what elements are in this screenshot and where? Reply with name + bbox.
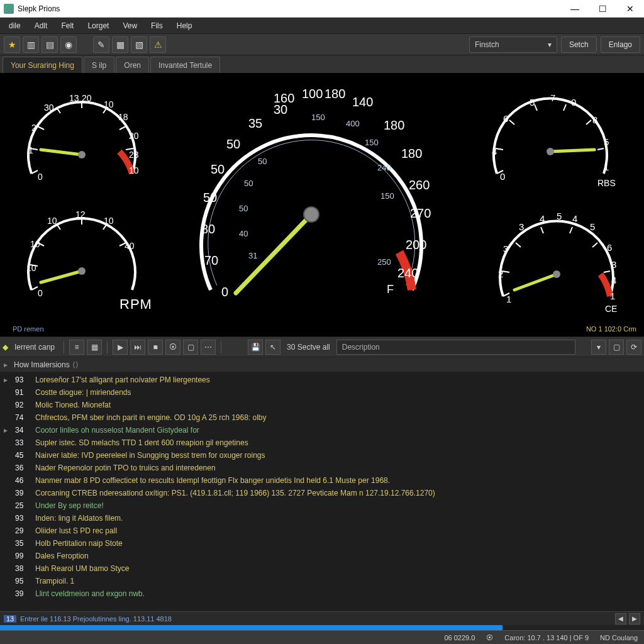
panel-tabs: ▸ How Imalersions ⟨⟩ xyxy=(0,357,644,372)
log-text: Loreseñor 17'st alligant part noívater P… xyxy=(35,374,210,386)
svg-point-86 xyxy=(547,148,554,155)
minimize-button[interactable]: — xyxy=(561,0,589,18)
svg-line-2 xyxy=(38,126,44,130)
command-input[interactable]: Entrer ile 116.13 Prejoolutinnes ling. 1… xyxy=(20,615,611,623)
log-row[interactable]: 35Holb Pertitalion naip Stote xyxy=(0,537,644,550)
expand-arrow-icon[interactable] xyxy=(4,587,10,600)
warning-icon[interactable]: ⚠ xyxy=(150,36,166,53)
log-row[interactable]: 36Nader Repenolor potin TPO to truiics a… xyxy=(0,462,644,474)
tab-oren[interactable]: Oren xyxy=(116,57,149,73)
list-icon[interactable]: ≡ xyxy=(69,340,84,355)
maximize-button[interactable]: ☐ xyxy=(589,0,616,18)
expand-arrow-icon[interactable] xyxy=(4,436,10,449)
brush-icon[interactable]: ✎ xyxy=(93,36,109,53)
filter-icon[interactable]: ▾ xyxy=(591,340,606,355)
close-button[interactable]: ✕ xyxy=(616,0,644,18)
cursor-icon[interactable]: ↖ xyxy=(265,340,280,355)
tab-your-suraring[interactable]: Your Suraring Hing xyxy=(3,57,82,73)
svg-point-107 xyxy=(553,270,560,278)
svg-text:0: 0 xyxy=(221,285,228,299)
mode-dropdown[interactable]: Finstch ▾ xyxy=(469,36,557,53)
log-row[interactable]: 95Trampioil. 1 xyxy=(0,575,644,587)
favorite-icon[interactable]: ★ xyxy=(4,36,20,53)
expand-arrow-icon[interactable] xyxy=(4,525,10,537)
log-row[interactable]: 99Dales Feroption xyxy=(0,550,644,562)
menu-view[interactable]: Vew xyxy=(116,19,143,33)
grid-icon[interactable]: ▦ xyxy=(87,340,102,355)
expand-arrow-icon[interactable] xyxy=(4,562,10,575)
expand-arrow-icon[interactable] xyxy=(4,575,10,587)
svg-text:80: 80 xyxy=(201,222,215,236)
log-row[interactable]: 45Naiıver lable: IVD peereleel in Sunggi… xyxy=(0,449,644,462)
play-icon[interactable]: ▶ xyxy=(113,340,128,355)
expand-arrow-icon[interactable] xyxy=(4,499,10,512)
menu-file[interactable]: dile xyxy=(3,19,27,33)
panel-tab-imalersions[interactable]: How Imalersions ⟨⟩ xyxy=(14,360,79,369)
description-search[interactable]: Description xyxy=(336,340,575,355)
log-text: Chfrectos, PFM sber inch parit in engine… xyxy=(35,411,267,424)
layers-icon[interactable]: ▦ xyxy=(112,36,128,53)
prev-icon[interactable]: ◀ xyxy=(615,613,626,625)
tab-silp[interactable]: S ilp xyxy=(84,57,114,73)
expand-arrow-icon[interactable] xyxy=(4,550,10,562)
menu-lorget[interactable]: Lorget xyxy=(81,19,115,33)
expand-arrow-icon[interactable] xyxy=(4,537,10,550)
log-row[interactable]: ▸34Cootor linlles oh nusselost Mandent G… xyxy=(0,424,644,436)
log-row[interactable]: 38Hah Rearol UM bamo Styce xyxy=(0,562,644,575)
expand-arrow-icon[interactable] xyxy=(4,512,10,525)
line-number: 13 xyxy=(4,615,16,623)
log-row[interactable]: 39Llint cveldmeion and exgon nwb. xyxy=(0,587,644,600)
stop-icon[interactable]: ■ xyxy=(148,340,163,355)
log-text: Holb Pertitalion naip Stote xyxy=(35,537,123,550)
log-row[interactable]: 74Chfrectos, PFM sber inch parit in engi… xyxy=(0,411,644,424)
more-icon[interactable]: ⋯ xyxy=(201,340,216,355)
log-text: Nader Repenolor potin TPO to truiics and… xyxy=(35,462,216,474)
log-row[interactable]: 29Oliider lust S PD rec pall xyxy=(0,525,644,537)
svg-text:F: F xyxy=(387,283,394,296)
menu-edit[interactable]: Adlt xyxy=(28,19,54,33)
svg-line-89 xyxy=(516,243,521,247)
monitor-icon[interactable]: ▢ xyxy=(183,340,198,355)
setch-button[interactable]: Setch xyxy=(561,36,597,53)
refresh-icon[interactable]: ⟳ xyxy=(626,340,641,355)
log-row[interactable]: 33Supler istec. SD melachs TTD 1 dent 60… xyxy=(0,436,644,449)
expand-arrow-icon[interactable] xyxy=(4,474,10,487)
gauge-bottom-right: 1 2 3 3 4 5 4 5 6 3 4 1 CE xyxy=(484,196,629,321)
expand-arrow-icon[interactable] xyxy=(4,399,10,411)
log-row[interactable]: 46Nanmer mabr 8 PD coffiecticet to rescu… xyxy=(0,474,644,487)
enlago-button[interactable]: Enlago xyxy=(601,36,640,53)
svg-text:31: 31 xyxy=(248,251,257,260)
expand-arrow-icon[interactable]: ▸ xyxy=(4,424,10,436)
svg-text:180: 180 xyxy=(325,87,345,101)
log-row[interactable]: 25Under By sep reitce! xyxy=(0,499,644,512)
layers2-icon[interactable]: ▧ xyxy=(131,36,147,53)
skip-icon[interactable]: ⏭ xyxy=(130,340,145,355)
save-icon[interactable]: 💾 xyxy=(248,340,263,355)
tab-invanted[interactable]: Invanted Tertule xyxy=(150,57,220,73)
menu-fils[interactable]: Fils xyxy=(145,19,169,33)
globe-icon[interactable]: ◉ xyxy=(60,36,77,53)
status-mid: Caron: 10.7 . 13 140 | OF 9 xyxy=(504,634,589,641)
log-row[interactable]: 91Costte diogue: | miriendends xyxy=(0,386,644,399)
expand-arrow-icon[interactable] xyxy=(4,449,10,462)
log-row[interactable]: 93Inden: ling it Aldatos filem. xyxy=(0,512,644,525)
log-row[interactable]: ▸93Loreseñor 17'st alligant part noívate… xyxy=(0,374,644,386)
box-icon[interactable]: ▢ xyxy=(609,340,624,355)
screens-icon[interactable]: ▥ xyxy=(23,36,39,53)
devices-icon[interactable]: ▤ xyxy=(42,36,58,53)
menu-felt[interactable]: Felt xyxy=(55,19,80,33)
expand-arrow-icon[interactable] xyxy=(4,386,10,399)
gauge-top-left: 0 1 2 30 13 20 10 18 20 23 10 xyxy=(13,79,151,192)
record-icon[interactable]: ⦿ xyxy=(165,340,180,355)
svg-text:0: 0 xyxy=(38,172,43,182)
next-icon[interactable]: ▶ xyxy=(629,613,640,625)
expand-arrow-icon[interactable] xyxy=(4,487,10,499)
expand-arrow-icon[interactable] xyxy=(4,411,10,424)
log-row[interactable]: 92Molic Tioned. Mionefat xyxy=(0,399,644,411)
log-row[interactable]: 39Corcaning CTREB nderesationd oxítign: … xyxy=(0,487,644,499)
svg-line-19 xyxy=(41,150,82,155)
expand-arrow-icon[interactable] xyxy=(4,462,10,474)
log-list[interactable]: ▸93Loreseñor 17'st alligant part noívate… xyxy=(0,372,644,611)
expand-arrow-icon[interactable]: ▸ xyxy=(4,374,10,386)
menu-help[interactable]: Help xyxy=(170,19,199,33)
